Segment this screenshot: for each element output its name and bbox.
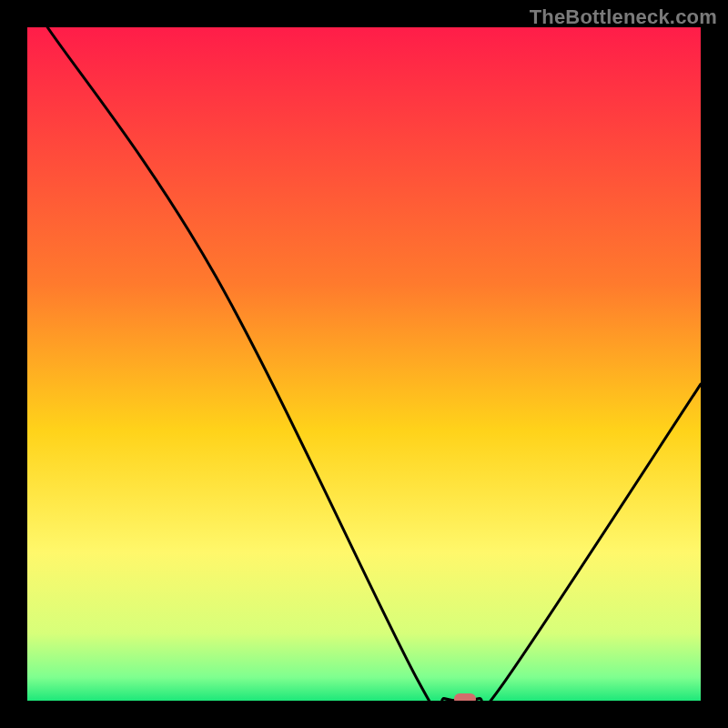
chart-svg [27, 27, 701, 701]
optimal-marker [454, 693, 476, 701]
chart-wrapper: TheBottleneck.com [0, 0, 728, 728]
gradient-background [27, 27, 701, 701]
attribution-text: TheBottleneck.com [530, 5, 717, 29]
plot-area [27, 27, 701, 701]
